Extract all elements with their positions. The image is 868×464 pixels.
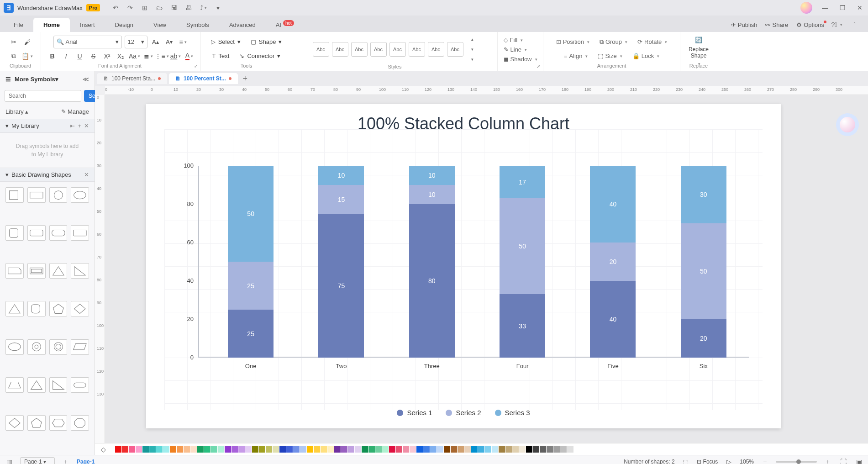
color-swatch[interactable] (163, 446, 169, 453)
shape-ellipse[interactable] (71, 187, 89, 203)
color-swatch[interactable] (279, 446, 286, 453)
color-swatch[interactable] (327, 446, 334, 453)
color-swatch[interactable] (540, 446, 546, 453)
tab-design[interactable]: Design (105, 18, 143, 32)
color-swatch[interactable] (156, 446, 163, 453)
shape-octagon[interactable] (71, 415, 89, 431)
new-icon[interactable]: ⊞ (140, 3, 149, 12)
color-swatch[interactable] (348, 446, 354, 453)
color-swatch[interactable] (341, 446, 347, 453)
chevron-down-icon[interactable]: ▾ (5, 171, 9, 178)
color-swatch[interactable] (122, 446, 128, 453)
add-tab-button[interactable]: + (240, 73, 251, 84)
color-swatch[interactable] (129, 446, 135, 453)
color-swatch[interactable] (334, 446, 341, 453)
color-swatch[interactable] (478, 446, 484, 453)
color-swatch[interactable] (293, 446, 300, 453)
color-swatch[interactable] (464, 446, 471, 453)
color-swatch[interactable] (362, 446, 368, 453)
highlight-icon[interactable]: ab (170, 51, 181, 62)
shape-right-tri2[interactable] (49, 377, 68, 393)
tab-home[interactable]: Home (33, 18, 70, 32)
style-more-icon[interactable]: ▾ (468, 55, 477, 64)
italic-icon[interactable]: I (61, 51, 72, 62)
color-swatch[interactable] (142, 446, 149, 453)
shrink-font-icon[interactable]: A▾ (164, 37, 175, 47)
add-lib-icon[interactable]: + (78, 122, 81, 129)
color-swatch[interactable] (375, 446, 382, 453)
shape-donut[interactable] (27, 339, 46, 355)
color-swatch[interactable] (567, 446, 573, 453)
color-swatch[interactable] (355, 446, 361, 453)
collapse-panel-icon[interactable]: ≪ (83, 76, 89, 83)
shape-hexagon[interactable] (49, 415, 68, 431)
color-swatch[interactable] (286, 446, 293, 453)
color-swatch[interactable] (389, 446, 395, 453)
style-5[interactable]: Abc (389, 42, 406, 57)
qat-more-icon[interactable]: ▾ (213, 3, 222, 12)
style-8[interactable]: Abc (447, 42, 463, 57)
canvas[interactable]: 100% Stacked Column Chart 020406080100 2… (105, 95, 868, 443)
shape-roundsquare2[interactable] (27, 301, 46, 316)
options-button[interactable]: ⚙ Options (796, 21, 824, 28)
style-next-icon[interactable]: ▾ (468, 45, 477, 54)
shape-roundrect[interactable] (27, 225, 46, 241)
page[interactable]: 100% Stacked Column Chart 020406080100 2… (146, 104, 781, 428)
line-spacing-icon[interactable]: ≡ (178, 37, 189, 47)
zoom-slider[interactable] (776, 461, 817, 463)
color-swatch[interactable] (451, 446, 457, 453)
shape-diamond2[interactable] (5, 415, 24, 431)
eyedropper-icon[interactable]: ◇ (99, 445, 108, 454)
group-button[interactable]: ⧉ Group (598, 37, 629, 47)
color-swatch[interactable] (512, 446, 519, 453)
color-swatch[interactable] (136, 446, 142, 453)
cut-icon[interactable]: ✂ (8, 37, 19, 47)
shape-square[interactable] (5, 187, 24, 203)
share-button[interactable]: ⚯ Share (765, 21, 788, 28)
color-swatch[interactable] (266, 446, 272, 453)
shape-roundsq[interactable] (5, 225, 24, 241)
fullscreen-icon[interactable]: ▣ (854, 457, 863, 464)
color-swatch[interactable] (492, 446, 498, 453)
shape-ring[interactable] (49, 339, 68, 355)
color-swatch[interactable] (396, 446, 402, 453)
doc-tab-1[interactable]: 🗎 100 Percent Sta... (97, 73, 167, 84)
import-lib-icon[interactable]: ⇤ (70, 122, 75, 129)
symbol-search-input[interactable] (5, 90, 81, 102)
manage-library-button[interactable]: ✎ Manage (61, 108, 89, 115)
bar-three[interactable]: 801010Three (409, 166, 455, 358)
color-swatch[interactable] (444, 446, 450, 453)
print-icon[interactable]: 🖶 (184, 3, 193, 12)
color-swatch[interactable] (410, 446, 416, 453)
color-swatch[interactable] (382, 446, 389, 453)
color-swatch[interactable] (197, 446, 204, 453)
color-swatch[interactable] (149, 446, 156, 453)
page-selector[interactable]: Page-1 ▾ (20, 457, 55, 464)
color-swatch[interactable] (321, 446, 327, 453)
chart-title[interactable]: 100% Stacked Column Chart (146, 104, 781, 133)
connector-tool[interactable]: ↘ Connector ▾ (236, 51, 284, 61)
color-swatch[interactable] (218, 446, 224, 453)
shape-parallelogram[interactable] (71, 339, 89, 355)
bar-two[interactable]: 751510Two (318, 166, 364, 358)
replace-shape-button[interactable]: 🔄 Replace Shape (685, 35, 712, 61)
shape-pentagon2[interactable] (27, 415, 46, 431)
layers-icon[interactable]: ⬚ (681, 457, 690, 464)
doc-tab-2[interactable]: 🗎 100 Percent St... (169, 73, 238, 84)
case-icon[interactable]: Aa (129, 51, 140, 62)
shape-frame[interactable] (27, 263, 46, 279)
color-swatch[interactable] (115, 446, 121, 453)
subscript-icon[interactable]: X₂ (116, 51, 126, 62)
format-painter-icon[interactable]: 🖌 (22, 37, 33, 47)
lock-button[interactable]: 🔒 Lock (631, 52, 661, 60)
tab-view[interactable]: View (143, 18, 176, 32)
style-1[interactable]: Abc (313, 42, 329, 57)
color-swatch[interactable] (560, 446, 567, 453)
chart[interactable]: 020406080100 252550One751510Two801010Thr… (178, 166, 749, 358)
color-swatch[interactable] (403, 446, 409, 453)
color-swatch[interactable] (300, 446, 306, 453)
tab-insert[interactable]: Insert (70, 18, 105, 32)
color-swatch[interactable] (245, 446, 252, 453)
close-basic-icon[interactable]: ✕ (84, 171, 89, 178)
grow-font-icon[interactable]: A▴ (150, 37, 161, 47)
